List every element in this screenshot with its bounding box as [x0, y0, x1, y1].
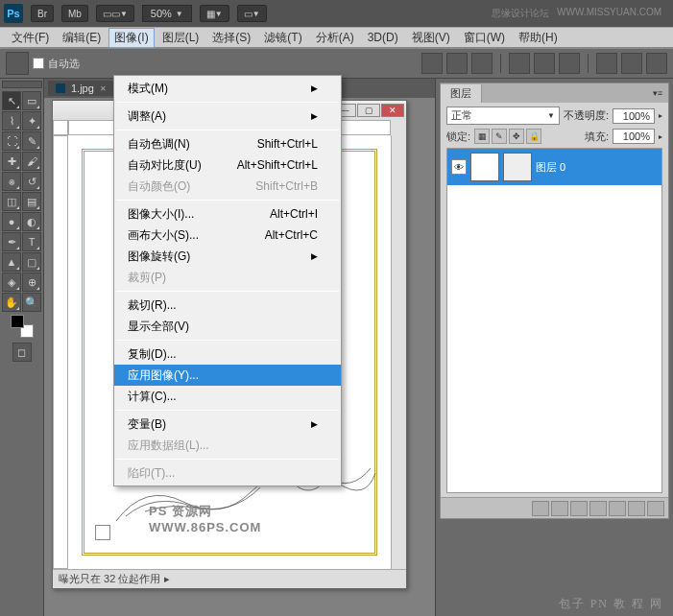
menu-file[interactable]: 文件(F): [6, 28, 55, 48]
layers-panel: 图层 ▾≡ 正常 ▼ 不透明度: 100% ▸ 锁定: ▦: [440, 83, 669, 519]
lock-position-button[interactable]: ✥: [509, 129, 524, 144]
delete-layer-button[interactable]: [647, 501, 664, 516]
layer-mask-button[interactable]: [570, 501, 588, 516]
menu-item[interactable]: 变量(B)▶: [114, 414, 341, 435]
view-extras-button[interactable]: ▦▼: [200, 5, 229, 22]
menu-filter[interactable]: 滤镜(T): [258, 28, 307, 48]
marquee-tool[interactable]: ▭: [22, 91, 41, 110]
gradient-tool[interactable]: ▤: [22, 192, 41, 211]
menu-item[interactable]: 自动色调(N)Shift+Ctrl+L: [114, 133, 341, 154]
layer-row[interactable]: 👁 图层 0: [447, 149, 661, 185]
zoom-level[interactable]: 50%▼: [142, 5, 192, 22]
history-brush-tool[interactable]: ↺: [22, 172, 41, 191]
opacity-flyout-icon[interactable]: ▸: [659, 111, 662, 120]
close-button[interactable]: ✕: [381, 104, 404, 117]
adjustment-layer-button[interactable]: [589, 501, 607, 516]
crop-tool[interactable]: ⛶: [2, 131, 21, 151]
document-tab[interactable]: 1.jpg ✕: [48, 81, 114, 96]
lasso-tool[interactable]: ⌇: [2, 111, 21, 130]
link-layers-button[interactable]: [532, 501, 549, 516]
type-tool[interactable]: T: [22, 232, 41, 251]
eraser-tool[interactable]: ◫: [2, 192, 21, 211]
align-button[interactable]: [421, 53, 443, 74]
document-statusbar: 曝光只在 32 位起作用 ▸: [53, 569, 406, 588]
blend-mode-select[interactable]: 正常 ▼: [446, 107, 560, 125]
lock-transparency-button[interactable]: ▦: [474, 129, 490, 144]
layer-name[interactable]: 图层 0: [536, 160, 565, 175]
lock-pixels-button[interactable]: ✎: [492, 129, 507, 144]
ruler-origin[interactable]: [53, 120, 68, 135]
align-button[interactable]: [471, 53, 493, 74]
menu-window[interactable]: 窗口(W): [458, 28, 511, 48]
heal-tool[interactable]: ✚: [2, 152, 21, 171]
distribute-button[interactable]: [621, 53, 642, 74]
toolbox-expand[interactable]: [2, 81, 42, 88]
3d-tool[interactable]: ◈: [2, 272, 21, 292]
lock-all-button[interactable]: 🔒: [526, 129, 541, 144]
ruler-vertical[interactable]: [53, 135, 68, 569]
distribute-button[interactable]: [559, 53, 580, 74]
menu-item[interactable]: 图像旋转(G)▶: [114, 246, 341, 267]
quickmask-button[interactable]: ◻: [12, 343, 32, 362]
fill-flyout-icon[interactable]: ▸: [659, 132, 662, 141]
layer-mask-thumbnail[interactable]: [503, 153, 532, 181]
menu-3d[interactable]: 3D(D): [362, 29, 404, 46]
eyedropper-tool[interactable]: ✎: [22, 131, 41, 151]
close-tab-icon[interactable]: ✕: [100, 84, 107, 93]
menu-item[interactable]: 自动对比度(U)Alt+Shift+Ctrl+L: [114, 154, 341, 176]
menu-item[interactable]: 模式(M)▶: [114, 78, 341, 99]
menu-item[interactable]: 计算(C)...: [114, 386, 341, 407]
menu-layer[interactable]: 图层(L): [156, 28, 205, 48]
hand-tool[interactable]: ✋: [2, 293, 21, 312]
screen-mode-button[interactable]: ▭▭▼: [96, 5, 134, 22]
align-button[interactable]: [446, 53, 468, 74]
zoom-tool[interactable]: 🔍: [22, 293, 41, 312]
menu-item[interactable]: 裁切(R)...: [114, 295, 341, 316]
menu-item[interactable]: 复制(D)...: [114, 344, 341, 365]
maximize-button[interactable]: ▢: [357, 104, 380, 117]
layer-style-button[interactable]: [551, 501, 568, 516]
menu-help[interactable]: 帮助(H): [513, 28, 564, 48]
quick-select-tool[interactable]: ✦: [22, 111, 41, 130]
arrange-docs-button[interactable]: ▭▼: [237, 5, 267, 22]
tab-layers[interactable]: 图层: [441, 84, 482, 103]
menu-item-label: 裁切(R)...: [128, 297, 177, 314]
layer-thumbnail[interactable]: [470, 153, 499, 181]
menu-select[interactable]: 选择(S): [206, 28, 256, 48]
shape-tool[interactable]: ▢: [22, 252, 41, 272]
pen-tool[interactable]: ✒: [2, 232, 21, 251]
layer-group-button[interactable]: [609, 501, 626, 516]
minibridge-button[interactable]: Mb: [61, 5, 88, 22]
color-swatches[interactable]: [11, 315, 34, 338]
panel-menu-icon[interactable]: ▾≡: [647, 88, 668, 98]
menu-image[interactable]: 图像(I): [108, 28, 154, 48]
blur-tool[interactable]: ●: [2, 212, 21, 231]
menu-item[interactable]: 图像大小(I)...Alt+Ctrl+I: [114, 203, 341, 225]
menu-edit[interactable]: 编辑(E): [57, 28, 107, 48]
distribute-button[interactable]: [646, 53, 667, 74]
menu-item[interactable]: 应用图像(Y)...: [114, 365, 341, 386]
fill-input[interactable]: 100%: [613, 129, 655, 144]
opacity-input[interactable]: 100%: [613, 108, 655, 124]
menu-analysis[interactable]: 分析(A): [310, 28, 360, 48]
brush-tool[interactable]: 🖌: [22, 152, 41, 171]
distribute-button[interactable]: [509, 53, 530, 74]
menu-item[interactable]: 调整(A)▶: [114, 106, 341, 127]
status-arrow-icon[interactable]: ▸: [164, 573, 170, 585]
scrollbar-vertical[interactable]: [391, 135, 406, 569]
path-select-tool[interactable]: ▲: [2, 252, 21, 272]
move-tool[interactable]: ↖: [2, 91, 21, 110]
visibility-toggle[interactable]: 👁: [451, 159, 467, 175]
distribute-button[interactable]: [596, 53, 617, 74]
menu-view[interactable]: 视图(V): [406, 28, 456, 48]
menu-item[interactable]: 显示全部(V): [114, 316, 341, 337]
distribute-button[interactable]: [534, 53, 555, 74]
auto-select-checkbox[interactable]: [33, 58, 44, 69]
current-tool-icon[interactable]: [6, 52, 29, 75]
stamp-tool[interactable]: ⎈: [2, 172, 21, 191]
menu-item[interactable]: 画布大小(S)...Alt+Ctrl+C: [114, 225, 341, 246]
3d-camera-tool[interactable]: ⊕: [22, 272, 41, 292]
new-layer-button[interactable]: [628, 501, 645, 516]
dodge-tool[interactable]: ◐: [22, 212, 41, 231]
bridge-button[interactable]: Br: [31, 5, 54, 22]
